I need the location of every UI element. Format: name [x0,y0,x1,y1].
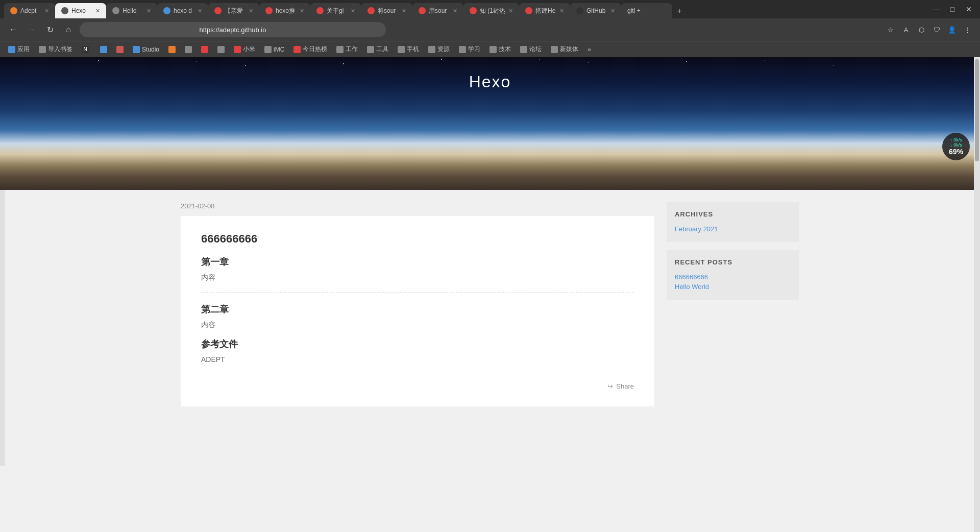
recent-post-link-2[interactable]: Hello World [675,282,791,292]
tab-favicon-t6 [265,7,273,14]
bookmark-work[interactable]: 工作 [332,43,362,56]
maximize-button[interactable]: □ [945,2,960,16]
star [686,61,687,62]
translate-icon[interactable]: A [899,23,913,36]
tab-close-hexod[interactable]: ✕ [198,8,202,14]
bookmark-b1[interactable] [96,43,111,56]
shield-icon[interactable]: 🛡 [930,23,943,36]
tab-favicon-t7 [316,7,324,14]
tab-hexo[interactable]: Hexo ✕ [55,3,106,18]
bookmark-xiaomi[interactable]: 小米 [230,43,259,56]
section-title-3: 参考文件 [201,338,634,350]
bookmarks-icon[interactable]: ☆ [884,23,897,36]
tab-favicon-hello [112,7,119,14]
scrollbar-thumb[interactable] [975,59,979,161]
bookmark-b3[interactable] [164,43,180,56]
tab-new[interactable]: gitl + [621,3,672,18]
bookmark-study[interactable]: 学习 [455,43,484,56]
tab-close-t8[interactable]: ✕ [402,8,406,14]
tab-hello[interactable]: Hello ✕ [106,3,157,18]
star [539,59,540,60]
bookmark-mobile[interactable]: 手机 [394,43,423,56]
tab-t5[interactable]: 【亲爱 ✕ [208,3,259,18]
bookmark-newmedia[interactable]: 新媒体 [547,43,582,56]
tab-t11[interactable]: 搭建He ✕ [519,3,570,18]
bookmark-label-forum: 论坛 [529,45,542,54]
tab-label-t7: 关于gi [327,7,348,15]
bookmark-import[interactable]: 导入书签 [35,43,77,56]
tab-close-t10[interactable]: ✕ [508,8,513,14]
tab-favicon-github [576,7,583,14]
tab-github[interactable]: GitHub ✕ [570,3,621,18]
recent-post-link-1[interactable]: 666666666 [675,272,791,282]
minimize-button[interactable]: — [929,2,943,16]
bookmark-favicon-forum [520,46,527,53]
home-button[interactable]: ⌂ [61,22,76,37]
bookmark-favicon-hotlist [293,46,301,53]
tab-close-github[interactable]: ✕ [610,8,615,14]
section-divider [201,293,634,293]
bookmark-tools[interactable]: 工具 [363,43,393,56]
bookmark-label-apps: 应用 [17,45,30,54]
bookmark-apps[interactable]: 应用 [4,43,34,56]
menu-icon[interactable]: ⋮ [961,23,974,36]
bookmark-label-resources: 资源 [437,45,450,54]
share-button[interactable]: ↪ Share [607,382,634,390]
bookmark-imc[interactable]: iMC [260,43,288,56]
tab-favicon-t8 [368,7,375,14]
close-button[interactable]: ✕ [962,2,976,16]
bookmark-b5[interactable] [197,43,212,56]
speed-overlay: ↑ 0k/s ↓ 0k/s 69% [942,133,970,160]
star [441,59,442,60]
tab-close-hexo[interactable]: ✕ [95,8,100,14]
bookmark-more[interactable]: » [583,43,595,56]
post-card: 666666666 第一章 内容 第二章 内容 参考文件 ADEPT ↪ [181,216,654,406]
back-button[interactable]: ← [6,22,20,37]
bookmark-b4[interactable] [181,43,196,56]
bookmark-resources[interactable]: 资源 [424,43,454,56]
tab-close-adept[interactable]: ✕ [44,8,49,14]
bookmark-notion[interactable]: N [78,43,95,56]
bookmarks-bar: 应用 导入书签 N Studio [0,41,980,57]
tab-close-t6[interactable]: ✕ [300,8,304,14]
bookmark-b6[interactable] [213,43,229,56]
extensions-icon[interactable]: ⬡ [915,23,928,36]
tab-close-t11[interactable]: ✕ [559,8,564,14]
bookmark-favicon-b3 [168,46,176,53]
bookmark-favicon-tech [489,46,497,53]
bookmark-studio[interactable]: Studio [129,43,163,56]
archive-link-feb2021[interactable]: February 2021 [675,224,791,234]
tab-t10[interactable]: 知 (1封热 ✕ [463,3,519,18]
tab-t8[interactable]: 将sour ✕ [361,3,412,18]
tab-favicon-hexod [163,7,170,14]
address-input[interactable] [80,22,386,37]
new-tab-button[interactable]: + [672,4,687,18]
star [245,65,246,66]
tab-hexod[interactable]: hexo d ✕ [157,3,208,18]
tab-t6[interactable]: hexo推 ✕ [259,3,310,18]
profile-icon[interactable]: 👤 [945,23,959,36]
speed-up: ↑ 0k/s [950,137,962,142]
bookmark-label-import: 导入书签 [48,45,72,54]
bookmark-forum[interactable]: 论坛 [516,43,546,56]
tab-close-t5[interactable]: ✕ [249,8,253,14]
tab-adept[interactable]: Adept ✕ [4,3,55,18]
tab-t9[interactable]: 用sour ✕ [412,3,463,18]
tab-label-adept: Adept [20,7,41,14]
tab-t7[interactable]: 关于gi ✕ [310,3,361,18]
forward-button[interactable]: → [24,22,39,37]
tab-close-t7[interactable]: ✕ [351,8,355,14]
tab-label-t5: 【亲爱 [225,7,246,15]
reload-button[interactable]: ↻ [43,22,57,37]
post-title: 666666666 [201,232,634,246]
tab-label-new: gitl + [627,7,666,14]
tab-close-hello[interactable]: ✕ [146,8,151,14]
bookmark-b2[interactable] [112,43,128,56]
scrollbar-track[interactable] [974,57,980,466]
bookmark-hotlist[interactable]: 今日热榜 [289,43,331,56]
bookmark-favicon-import [39,46,46,53]
tab-label-github: GitHub [586,7,607,14]
tab-close-t9[interactable]: ✕ [453,8,457,14]
page-content: Hexo ↑ 0k/s ↓ 0k/s 69% 2021-02-08 666666… [0,57,980,466]
bookmark-tech[interactable]: 技术 [485,43,515,56]
